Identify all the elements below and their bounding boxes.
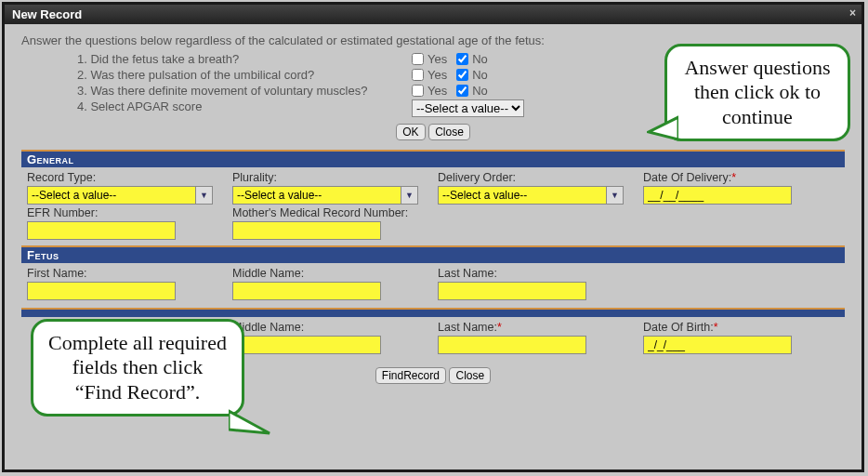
mother-last-input[interactable] [438,336,586,354]
efr-input[interactable] [27,221,176,240]
no-label: No [472,68,488,82]
mother-middle-input[interactable] [232,336,381,354]
svg-marker-1 [229,411,270,433]
fetus-last-input[interactable] [438,282,586,300]
date-of-delivery-input[interactable] [643,186,792,205]
fetus-middle-input[interactable] [232,282,381,300]
record-type-select[interactable]: --Select a value-- ▼ [27,186,213,205]
callout-tail-icon [647,112,678,149]
q3-no-checkbox[interactable] [456,85,468,97]
mother-dob-input[interactable] [643,336,792,354]
delivery-order-select[interactable]: --Select a value-- ▼ [438,186,624,205]
section-general-header: General [21,150,845,167]
mmrn-label: Mother's Medical Record Number: [232,206,634,219]
section-fetus-header: Fetus [21,245,845,263]
yes-label: Yes [427,84,447,98]
chevron-down-icon: ▼ [195,187,212,204]
date-of-delivery-label: Date Of Delivery:* [643,171,839,184]
fetus-first-label: First Name: [27,267,223,280]
findrecord-button[interactable]: FindRecord [375,367,446,384]
q2-yes-checkbox[interactable] [412,69,424,81]
callout-answer-questions: Answer questions then click ok to contin… [664,44,850,141]
section-mother-divider [21,308,845,317]
q1-no-checkbox[interactable] [456,53,468,65]
plurality-label: Plurality: [232,171,428,184]
window: New Record × Answer the questions below … [2,2,864,472]
close-icon[interactable]: × [849,7,856,20]
q3-yes-checkbox[interactable] [412,85,424,97]
fetus-middle-label: Middle Name: [232,267,428,280]
mother-middle-label: Middle Name: [232,321,428,334]
ok-button[interactable]: OK [396,124,425,140]
q1-yes-checkbox[interactable] [412,53,424,65]
question-3-text: 3. Was there definite movement of volunt… [21,84,412,98]
mother-dob-label: Date Of Birth:* [643,321,839,334]
plurality-select[interactable]: --Select a value-- ▼ [232,186,418,205]
delivery-order-value: --Select a value-- [442,189,527,202]
chevron-down-icon: ▼ [606,187,623,204]
callout-complete-fields: Complete all required fields then click … [31,319,244,416]
q2-no-checkbox[interactable] [456,69,468,81]
efr-label: EFR Number: [27,206,223,219]
record-type-value: --Select a value-- [32,189,116,202]
window-title: New Record [12,7,82,21]
mother-last-label: Last Name:* [438,321,634,334]
no-label: No [472,84,488,98]
fetus-form: First Name: Middle Name: Last Name: [21,263,845,308]
mmrn-input[interactable] [232,221,381,240]
svg-marker-0 [649,117,678,139]
titlebar: New Record × [5,5,861,24]
fetus-first-input[interactable] [27,282,176,300]
callout2-text: Complete all required fields then click … [48,331,227,403]
callout1-text: Answer questions then click ok to contin… [684,56,830,128]
chevron-down-icon: ▼ [401,187,417,204]
plurality-value: --Select a value-- [237,189,322,202]
close-button[interactable]: Close [428,124,470,140]
record-type-label: Record Type: [27,171,223,184]
callout-tail-icon [229,405,271,439]
no-label: No [472,52,488,66]
fetus-last-label: Last Name: [438,267,634,280]
yes-label: Yes [427,52,447,66]
yes-label: Yes [427,68,447,82]
question-2-text: 2. Was there pulsation of the umbilical … [21,68,412,82]
general-form: Record Type: --Select a value-- ▼ Plural… [21,167,845,245]
question-1-text: 1. Did the fetus take a breath? [21,52,412,66]
close-button-2[interactable]: Close [449,367,491,384]
question-4-text: 4. Select APGAR score [21,99,412,117]
delivery-order-label: Delivery Order: [438,171,634,184]
apgar-select[interactable]: --Select a value-- [412,99,524,117]
